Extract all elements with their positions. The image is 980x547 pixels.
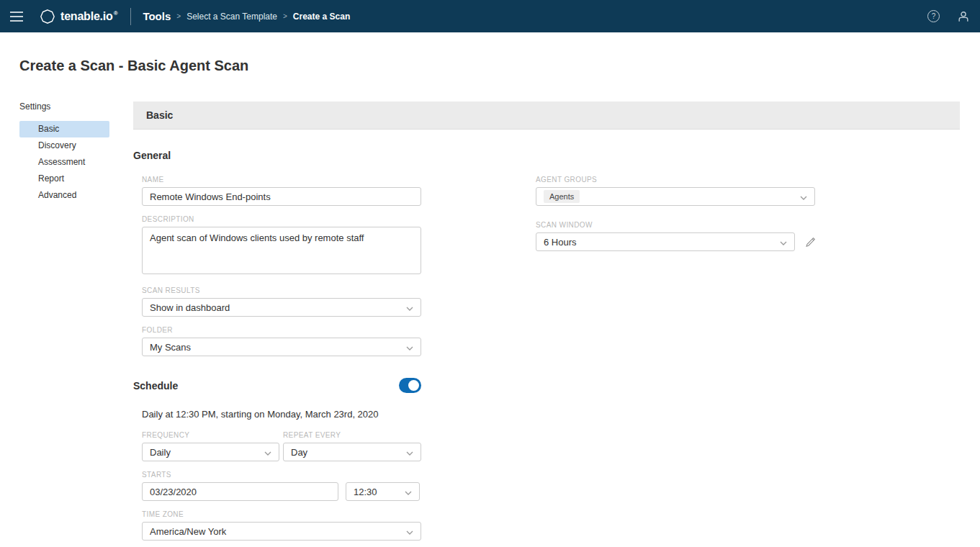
schedule-heading: Schedule <box>133 380 178 392</box>
agent-group-tag[interactable]: Agents <box>544 190 580 203</box>
chevron-down-icon <box>780 237 787 248</box>
starts-label: STARTS <box>142 471 421 479</box>
tenable-logo-icon <box>40 9 55 24</box>
agent-groups-select[interactable]: Agents <box>536 187 815 206</box>
schedule-summary: Daily at 12:30 PM, starting on Monday, M… <box>142 409 421 420</box>
breadcrumb-separator: > <box>176 12 181 20</box>
folder-label: FOLDER <box>142 326 421 334</box>
starts-field-group: STARTS 12:30 <box>142 471 421 501</box>
chevron-down-icon <box>406 447 413 458</box>
frequency-select[interactable]: Daily <box>142 443 279 461</box>
chevron-down-icon <box>800 191 807 202</box>
page-title: Create a Scan - Basic Agent Scan <box>19 58 980 74</box>
frequency-label: FREQUENCY <box>142 431 279 439</box>
sidebar-item-report[interactable]: Report <box>19 171 109 187</box>
chevron-down-icon <box>406 526 413 537</box>
chevron-down-icon <box>406 342 413 353</box>
starts-date-input[interactable] <box>142 482 338 501</box>
folder-field-group: FOLDER My Scans <box>142 326 421 356</box>
name-input[interactable] <box>142 187 421 206</box>
top-navbar: tenable.io® Tools > Select a Scan Templa… <box>0 0 980 32</box>
breadcrumb: Tools > Select a Scan Template > Create … <box>143 10 350 22</box>
breadcrumb-separator: > <box>283 12 287 20</box>
description-label: DESCRIPTION <box>142 215 421 223</box>
starts-time-select[interactable]: 12:30 <box>346 482 420 501</box>
repeat-every-field-group: REPEAT EVERY Day <box>283 431 421 461</box>
name-label: NAME <box>142 176 421 184</box>
sidebar-item-basic[interactable]: Basic <box>19 121 109 137</box>
name-field-group: NAME <box>142 176 421 206</box>
chevron-down-icon <box>406 302 413 313</box>
sidebar-heading: Settings <box>19 101 133 112</box>
registered-mark: ® <box>114 10 118 17</box>
scan-results-select[interactable]: Show in dashboard <box>142 298 421 317</box>
sidebar-item-discovery[interactable]: Discovery <box>19 137 109 154</box>
logo-text: tenable.io® <box>60 10 117 23</box>
time-zone-field-group: TIME ZONE America/New York <box>142 510 421 541</box>
repeat-every-select[interactable]: Day <box>283 443 421 461</box>
agent-groups-field-group: AGENT GROUPS Agents <box>536 176 824 206</box>
edit-pencil-icon[interactable] <box>805 237 816 248</box>
agent-groups-label: AGENT GROUPS <box>536 176 824 184</box>
scan-window-select[interactable]: 6 Hours <box>536 232 795 251</box>
chevron-down-icon <box>264 447 271 458</box>
schedule-toggle[interactable] <box>399 378 421 393</box>
scan-results-field-group: SCAN RESULTS Show in dashboard <box>142 286 421 317</box>
nav-divider <box>130 8 131 25</box>
toggle-knob <box>408 380 419 391</box>
breadcrumb-current: Create a Scan <box>293 12 350 22</box>
sidebar-item-assessment[interactable]: Assessment <box>19 154 109 171</box>
general-heading: General <box>133 150 421 161</box>
scan-results-label: SCAN RESULTS <box>142 286 421 294</box>
help-icon[interactable]: ? <box>927 10 940 22</box>
user-icon[interactable] <box>957 10 970 23</box>
breadcrumb-scan-template[interactable]: Select a Scan Template <box>186 12 277 22</box>
menu-icon[interactable] <box>0 0 32 32</box>
sidebar-item-advanced[interactable]: Advanced <box>19 187 109 204</box>
frequency-field-group: FREQUENCY Daily <box>142 431 279 461</box>
scan-window-label: SCAN WINDOW <box>536 221 824 229</box>
description-field-group: DESCRIPTION Agent scan of Windows client… <box>142 215 421 277</box>
folder-select[interactable]: My Scans <box>142 338 421 356</box>
breadcrumb-root[interactable]: Tools <box>143 10 171 22</box>
time-zone-label: TIME ZONE <box>142 510 421 518</box>
tenable-logo[interactable]: tenable.io® <box>40 9 117 24</box>
chevron-down-icon <box>405 487 412 497</box>
description-input[interactable]: Agent scan of Windows clients used by re… <box>142 227 421 274</box>
repeat-every-label: REPEAT EVERY <box>283 431 421 439</box>
time-zone-select[interactable]: America/New York <box>142 522 421 541</box>
settings-sidebar: Settings Basic Discovery Assessment Repo… <box>0 101 133 547</box>
section-header-basic: Basic <box>133 101 960 130</box>
scan-window-field-group: SCAN WINDOW 6 Hours <box>536 221 824 251</box>
